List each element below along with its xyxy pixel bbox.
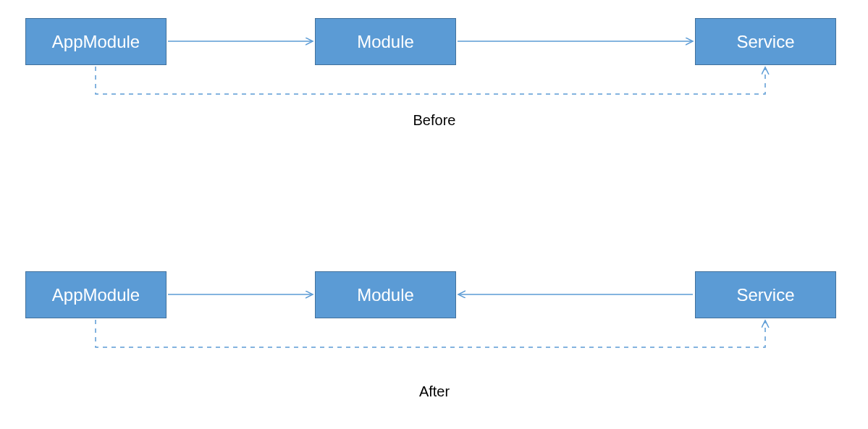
- arrow-app-to-service-dashed-before: [96, 67, 765, 94]
- box-module-before: Module: [315, 18, 456, 65]
- box-appmodule-before: AppModule: [25, 18, 167, 65]
- arrow-app-to-service-dashed-after: [96, 320, 765, 347]
- box-service-after: Service: [695, 271, 836, 318]
- box-service-before: Service: [695, 18, 836, 65]
- caption-after: After: [398, 383, 471, 400]
- caption-before: Before: [398, 112, 471, 129]
- box-appmodule-after: AppModule: [25, 271, 167, 318]
- box-module-after: Module: [315, 271, 456, 318]
